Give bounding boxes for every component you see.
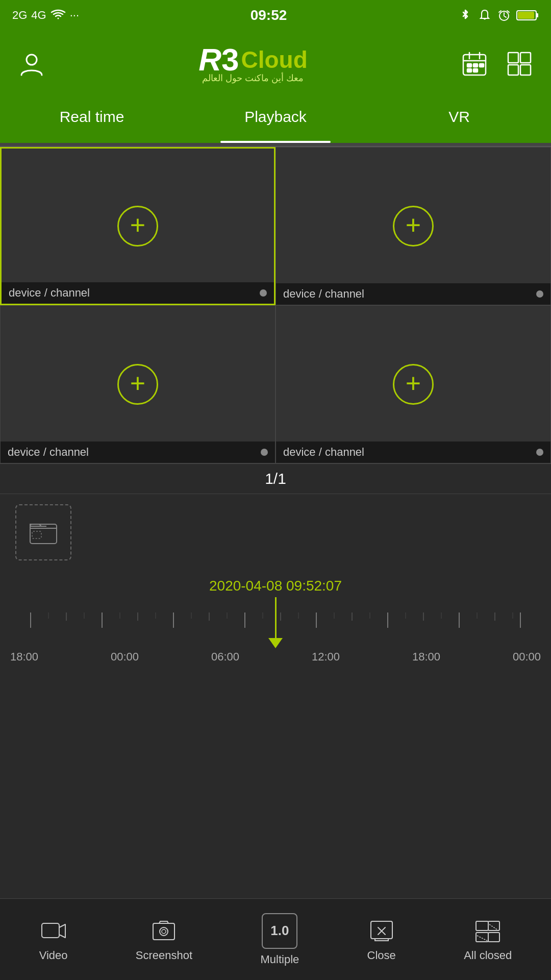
bluetooth-icon xyxy=(458,8,472,22)
svg-rect-19 xyxy=(32,531,41,538)
svg-rect-17 xyxy=(520,65,531,75)
header-action-icons xyxy=(458,47,536,80)
svg-rect-54 xyxy=(371,921,392,939)
status-dots: ··· xyxy=(70,9,79,22)
screenshot-icon xyxy=(150,917,178,945)
svg-rect-14 xyxy=(508,53,518,63)
video-grid: + device / channel + device / channel + … xyxy=(0,146,551,463)
close-icon xyxy=(368,917,395,945)
svg-rect-15 xyxy=(520,53,531,63)
video-cell-2[interactable]: + device / channel xyxy=(276,147,551,305)
status-indicators xyxy=(458,8,539,22)
svg-point-52 xyxy=(160,927,168,936)
plus-icon-3: + xyxy=(130,370,145,397)
cell-label-3: device / channel xyxy=(1,442,275,463)
calendar-button[interactable] xyxy=(458,47,491,80)
bell-icon xyxy=(478,8,492,22)
cell-status-dot-3 xyxy=(261,449,268,456)
svg-rect-18 xyxy=(30,524,57,544)
svg-rect-2 xyxy=(536,13,538,17)
add-channel-3-button[interactable]: + xyxy=(117,364,158,405)
timeline-track[interactable] xyxy=(0,597,551,648)
page-indicator: 1/1 xyxy=(0,463,551,494)
svg-rect-16 xyxy=(508,65,518,75)
tab-playback[interactable]: Playback xyxy=(184,97,367,143)
svg-point-4 xyxy=(27,55,37,65)
svg-point-53 xyxy=(162,929,166,934)
tab-bar: Real time Playback VR xyxy=(0,97,551,143)
svg-rect-58 xyxy=(488,933,499,942)
multiple-button[interactable]: 1.0 Multiple xyxy=(260,913,299,966)
status-signal: 2G 4G ··· xyxy=(12,9,79,22)
video-cell-4[interactable]: + device / channel xyxy=(276,305,551,463)
status-bar: 2G 4G ··· 09:52 xyxy=(0,0,551,31)
logo-cloud: Cloud xyxy=(241,46,307,74)
plus-icon-4: + xyxy=(406,370,421,397)
cell-label-4: device / channel xyxy=(276,442,550,463)
folder-icon xyxy=(28,517,59,548)
svg-rect-11 xyxy=(467,69,471,72)
svg-rect-50 xyxy=(42,923,59,938)
svg-rect-51 xyxy=(153,923,174,940)
grid-icon xyxy=(506,51,533,77)
video-cell-3[interactable]: + device / channel xyxy=(0,305,276,463)
svg-rect-10 xyxy=(473,64,478,67)
user-icon-btn[interactable] xyxy=(15,47,48,80)
cell-status-dot-2 xyxy=(536,290,543,298)
cell-status-dot-1 xyxy=(260,289,267,297)
svg-rect-12 xyxy=(473,69,478,72)
svg-line-59 xyxy=(489,924,498,930)
folder-picker-button[interactable] xyxy=(15,504,71,560)
svg-rect-9 xyxy=(467,64,471,67)
plus-icon-2: + xyxy=(406,212,421,238)
tab-realtime[interactable]: Real time xyxy=(0,97,184,143)
cell-status-dot-4 xyxy=(536,449,543,456)
multiple-box: 1.0 xyxy=(262,913,297,949)
tab-vr[interactable]: VR xyxy=(367,97,551,143)
signal-2g: 2G xyxy=(12,9,27,22)
timeline-labels: 18:00 00:00 06:00 12:00 18:00 00:00 xyxy=(0,650,551,664)
timeline-section: 2020-04-08 09:52:07 xyxy=(0,571,551,664)
battery-icon xyxy=(516,9,539,21)
grid-view-button[interactable] xyxy=(503,47,536,80)
video-cell-1[interactable]: + device / channel xyxy=(0,147,276,305)
cell-label-2: device / channel xyxy=(276,283,550,305)
timeline-timestamp: 2020-04-08 09:52:07 xyxy=(0,571,551,597)
calendar-icon xyxy=(461,51,488,77)
signal-4g: 4G xyxy=(31,9,46,22)
svg-line-60 xyxy=(477,936,487,941)
all-closed-button[interactable]: All closed xyxy=(464,917,512,962)
logo-subtitle: معك أين ماكنت حول العالم xyxy=(202,72,304,84)
app-logo: R 3 Cloud معك أين ماكنت حول العالم xyxy=(198,44,308,84)
svg-rect-3 xyxy=(518,12,534,19)
close-button[interactable]: Close xyxy=(367,917,396,962)
status-time: 09:52 xyxy=(251,7,287,23)
timeline-ticks-svg xyxy=(0,612,551,648)
video-button[interactable]: Video xyxy=(39,917,68,962)
screenshot-button[interactable]: Screenshot xyxy=(136,917,192,962)
plus-icon-1: + xyxy=(130,212,145,238)
alarm-icon xyxy=(497,8,511,22)
svg-rect-56 xyxy=(488,921,499,930)
video-icon xyxy=(40,917,67,945)
logo-3: 3 xyxy=(221,44,239,76)
add-channel-1-button[interactable]: + xyxy=(117,206,158,247)
bottom-toolbar: Video Screenshot 1.0 Multiple Close xyxy=(0,898,551,980)
add-channel-2-button[interactable]: + xyxy=(393,206,434,247)
logo-r: R xyxy=(198,44,221,76)
add-channel-4-button[interactable]: + xyxy=(393,364,434,405)
user-icon xyxy=(18,51,45,77)
svg-rect-13 xyxy=(480,64,484,67)
app-header: R 3 Cloud معك أين ماكنت حول العالم xyxy=(0,31,551,97)
all-closed-icon xyxy=(474,917,502,945)
wifi-icon xyxy=(51,9,66,21)
cell-label-1: device / channel xyxy=(2,282,274,304)
svg-rect-55 xyxy=(476,921,488,930)
file-browser-area xyxy=(0,494,551,571)
